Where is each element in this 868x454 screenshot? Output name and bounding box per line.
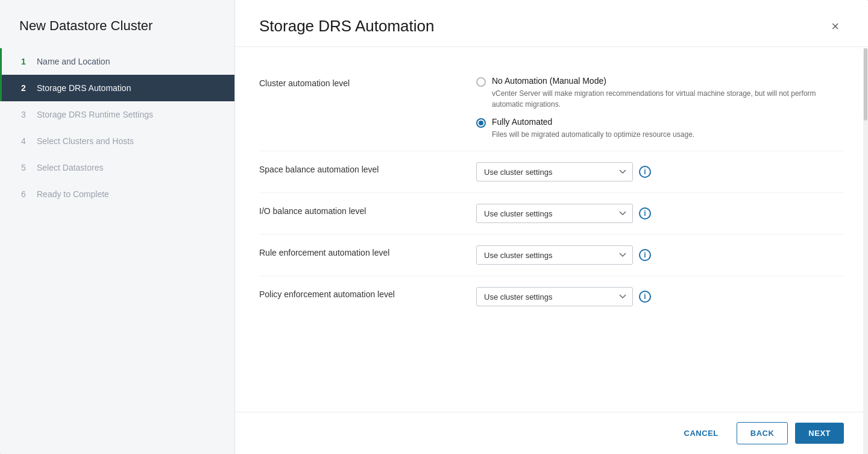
- rule-enforcement-row: Rule enforcement automation level Use cl…: [259, 235, 844, 276]
- step-label-6: Ready to Complete: [37, 189, 109, 199]
- step-number-4: 4: [21, 136, 31, 146]
- step-number-2: 2: [21, 83, 31, 93]
- page-title: Storage DRS Automation: [259, 17, 435, 36]
- main-header: Storage DRS Automation ×: [235, 0, 868, 47]
- space-balance-row: Space balance automation level Use clust…: [259, 151, 844, 193]
- sidebar-title: New Datastore Cluster: [0, 0, 234, 48]
- step-label-2: Storage DRS Automation: [37, 83, 131, 93]
- policy-enforcement-control: Use cluster settings Disabled Manual Ful…: [476, 287, 844, 306]
- rule-enforcement-info-icon[interactable]: i: [639, 249, 651, 261]
- scrollbar-thumb[interactable]: [864, 48, 867, 121]
- step-number-3: 3: [21, 110, 31, 119]
- fully-automated-label: Fully Automated: [492, 117, 694, 127]
- io-balance-select-row: Use cluster settings Disabled Manual Ful…: [476, 204, 844, 223]
- back-button[interactable]: BACK: [737, 422, 788, 444]
- fully-automated-radio[interactable]: [476, 118, 486, 128]
- sidebar-step-3[interactable]: 3 Storage DRS Runtime Settings: [0, 101, 234, 128]
- rule-enforcement-label: Rule enforcement automation level: [259, 245, 452, 257]
- rule-enforcement-control: Use cluster settings Disabled Manual Ful…: [476, 245, 844, 265]
- no-automation-radio[interactable]: [476, 77, 486, 87]
- step-label-4: Select Clusters and Hosts: [37, 136, 134, 146]
- cluster-automation-label: Cluster automation level: [259, 76, 452, 88]
- cluster-automation-control: No Automation (Manual Mode) vCenter Serv…: [476, 76, 844, 140]
- no-automation-option[interactable]: No Automation (Manual Mode) vCenter Serv…: [476, 76, 844, 110]
- step-number-5: 5: [21, 163, 31, 172]
- step-number-6: 6: [21, 189, 31, 199]
- sidebar-steps: 1 Name and Location 2 Storage DRS Automa…: [0, 48, 234, 207]
- fully-automated-desc: Files will be migrated automatically to …: [492, 129, 694, 140]
- sidebar-step-1[interactable]: 1 Name and Location: [0, 48, 234, 75]
- space-balance-select[interactable]: Use cluster settings Disabled Manual Ful…: [476, 162, 633, 181]
- cluster-automation-row: Cluster automation level No Automation (…: [259, 65, 844, 151]
- step-label-5: Select Datastores: [37, 163, 104, 172]
- io-balance-label: I/O balance automation level: [259, 204, 452, 216]
- no-automation-desc: vCenter Server will make migration recom…: [492, 88, 844, 110]
- close-button[interactable]: ×: [826, 17, 844, 36]
- main-body: Cluster automation level No Automation (…: [235, 47, 868, 412]
- step-label-1: Name and Location: [37, 57, 110, 66]
- next-button[interactable]: NEXT: [795, 423, 844, 444]
- main-panel: Storage DRS Automation × Cluster automat…: [235, 0, 868, 454]
- sidebar-step-6[interactable]: 6 Ready to Complete: [0, 181, 234, 207]
- fully-automated-option[interactable]: Fully Automated Files will be migrated a…: [476, 117, 844, 140]
- cancel-button[interactable]: CANCEL: [673, 423, 729, 444]
- scrollbar-track[interactable]: [863, 48, 868, 454]
- policy-enforcement-info-icon[interactable]: i: [639, 291, 651, 303]
- policy-enforcement-select[interactable]: Use cluster settings Disabled Manual Ful…: [476, 287, 633, 306]
- space-balance-select-row: Use cluster settings Disabled Manual Ful…: [476, 162, 844, 181]
- sidebar-step-5[interactable]: 5 Select Datastores: [0, 154, 234, 181]
- step-label-3: Storage DRS Runtime Settings: [37, 110, 153, 119]
- fully-automated-content: Fully Automated Files will be migrated a…: [492, 117, 694, 140]
- io-balance-select[interactable]: Use cluster settings Disabled Manual Ful…: [476, 204, 633, 223]
- policy-enforcement-select-row: Use cluster settings Disabled Manual Ful…: [476, 287, 844, 306]
- rule-enforcement-select[interactable]: Use cluster settings Disabled Manual Ful…: [476, 245, 633, 265]
- policy-enforcement-row: Policy enforcement automation level Use …: [259, 276, 844, 317]
- sidebar: New Datastore Cluster 1 Name and Locatio…: [0, 0, 235, 454]
- new-datastore-cluster-dialog: New Datastore Cluster 1 Name and Locatio…: [0, 0, 868, 454]
- io-balance-control: Use cluster settings Disabled Manual Ful…: [476, 204, 844, 223]
- space-balance-label: Space balance automation level: [259, 162, 452, 174]
- sidebar-step-4[interactable]: 4 Select Clusters and Hosts: [0, 128, 234, 154]
- no-automation-content: No Automation (Manual Mode) vCenter Serv…: [492, 76, 844, 110]
- space-balance-control: Use cluster settings Disabled Manual Ful…: [476, 162, 844, 181]
- sidebar-step-2[interactable]: 2 Storage DRS Automation: [0, 75, 234, 101]
- rule-enforcement-select-row: Use cluster settings Disabled Manual Ful…: [476, 245, 844, 265]
- io-balance-row: I/O balance automation level Use cluster…: [259, 193, 844, 235]
- no-automation-label: No Automation (Manual Mode): [492, 76, 844, 86]
- policy-enforcement-label: Policy enforcement automation level: [259, 287, 452, 299]
- main-footer: CANCEL BACK NEXT: [235, 412, 868, 454]
- io-balance-info-icon[interactable]: i: [639, 207, 651, 219]
- space-balance-info-icon[interactable]: i: [639, 166, 651, 178]
- step-number-1: 1: [21, 57, 31, 66]
